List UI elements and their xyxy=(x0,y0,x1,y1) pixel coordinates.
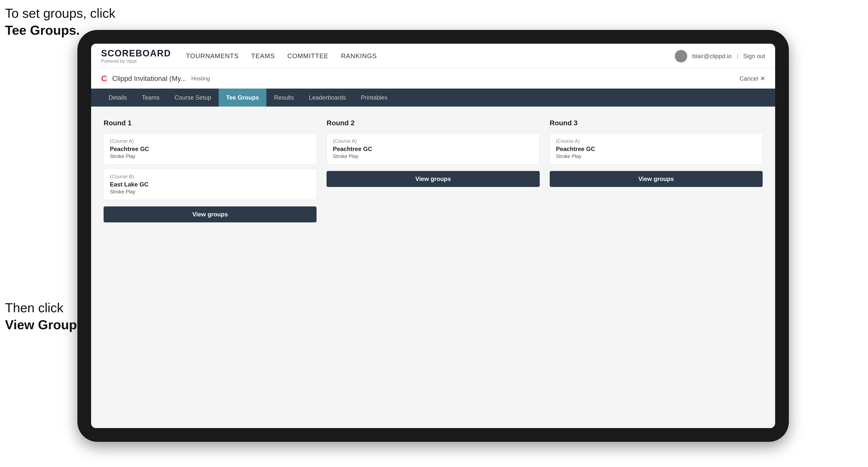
sub-header-left: C Clippd Invitational (My... Hosting xyxy=(101,74,739,83)
tab-bar: Details Teams Course Setup Tee Groups Re… xyxy=(91,89,775,106)
instruction-top-line1: To set groups, click xyxy=(5,6,115,21)
round-2-course-a-format: Stroke Play xyxy=(333,154,533,159)
cancel-button[interactable]: Cancel ✕ xyxy=(739,75,765,82)
round-3-course-a-label: (Course A) xyxy=(556,138,756,144)
tab-results[interactable]: Results xyxy=(267,89,301,106)
sign-out-link[interactable]: Sign out xyxy=(743,53,765,60)
top-nav: SCOREBOARD Powered by clippt TOURNAMENTS… xyxy=(91,44,775,69)
sub-header-title: Clippd Invitational (My... xyxy=(112,74,186,83)
nav-right: blair@clippd.io | Sign out xyxy=(675,50,765,62)
round-3-course-a-format: Stroke Play xyxy=(556,154,756,159)
round-1-course-a-label: (Course A) xyxy=(110,138,310,144)
round-1-course-b-name: East Lake GC xyxy=(110,181,310,188)
logo-sub: Powered by clippt xyxy=(101,59,171,64)
tab-tee-groups[interactable]: Tee Groups xyxy=(219,89,267,106)
round-3-course-a-name: Peachtree GC xyxy=(556,146,756,153)
tab-details[interactable]: Details xyxy=(101,89,134,106)
nav-links: TOURNAMENTS TEAMS COMMITTEE RANKINGS xyxy=(186,52,675,60)
instruction-top-bold: Tee Groups. xyxy=(5,23,80,37)
tablet-screen: SCOREBOARD Powered by clippt TOURNAMENTS… xyxy=(91,44,775,428)
nav-committee[interactable]: COMMITTEE xyxy=(287,52,329,60)
nav-rankings[interactable]: RANKINGS xyxy=(341,52,377,60)
round-2-view-groups-button[interactable]: View groups xyxy=(327,171,539,187)
round-1-course-a-card: (Course A) Peachtree GC Stroke Play xyxy=(103,133,316,164)
logo-area: SCOREBOARD Powered by clippt xyxy=(101,48,171,64)
tab-printables[interactable]: Printables xyxy=(353,89,395,106)
round-1-title: Round 1 xyxy=(103,119,316,127)
cancel-x-icon: ✕ xyxy=(760,75,765,82)
round-2-course-a-name: Peachtree GC xyxy=(333,146,533,153)
round-1-view-groups-button[interactable]: View groups xyxy=(103,207,316,222)
sub-header: C Clippd Invitational (My... Hosting Can… xyxy=(91,69,775,89)
round-1-course-b-label: (Course B) xyxy=(110,174,310,180)
round-1-column: Round 1 (Course A) Peachtree GC Stroke P… xyxy=(103,119,316,222)
instruction-bottom: Then click View Groups. xyxy=(5,300,88,333)
tab-leaderboards[interactable]: Leaderboards xyxy=(301,89,353,106)
avatar xyxy=(675,50,687,62)
round-2-course-a-card: (Course A) Peachtree GC Stroke Play xyxy=(327,133,539,164)
round-3-course-a-card: (Course A) Peachtree GC Stroke Play xyxy=(550,133,763,164)
tablet-frame: SCOREBOARD Powered by clippt TOURNAMENTS… xyxy=(78,30,789,442)
logo-text: SCOREBOARD xyxy=(101,48,171,59)
round-1-course-a-name: Peachtree GC xyxy=(110,146,310,153)
hosting-badge: Hosting xyxy=(191,75,210,82)
instruction-bottom-line1: Then click xyxy=(5,301,63,315)
round-1-course-b-format: Stroke Play xyxy=(110,189,310,195)
rounds-container: Round 1 (Course A) Peachtree GC Stroke P… xyxy=(103,119,763,222)
round-1-course-b-card: (Course B) East Lake GC Stroke Play xyxy=(103,168,316,200)
round-3-title: Round 3 xyxy=(550,119,763,127)
instruction-bottom-bold: View Groups. xyxy=(5,317,88,332)
tab-course-setup[interactable]: Course Setup xyxy=(167,89,219,106)
tab-teams[interactable]: Teams xyxy=(134,89,167,106)
nav-teams[interactable]: TEAMS xyxy=(251,52,275,60)
user-email: blair@clippd.io xyxy=(692,53,732,60)
round-3-view-groups-button[interactable]: View groups xyxy=(550,171,763,187)
nav-tournaments[interactable]: TOURNAMENTS xyxy=(186,52,239,60)
main-content: Round 1 (Course A) Peachtree GC Stroke P… xyxy=(91,106,775,428)
round-1-course-a-format: Stroke Play xyxy=(110,154,310,159)
round-3-column: Round 3 (Course A) Peachtree GC Stroke P… xyxy=(550,119,763,222)
round-2-column: Round 2 (Course A) Peachtree GC Stroke P… xyxy=(327,119,539,222)
round-2-course-a-label: (Course A) xyxy=(333,138,533,144)
round-2-title: Round 2 xyxy=(327,119,539,127)
sub-header-logo-c: C xyxy=(101,74,107,83)
